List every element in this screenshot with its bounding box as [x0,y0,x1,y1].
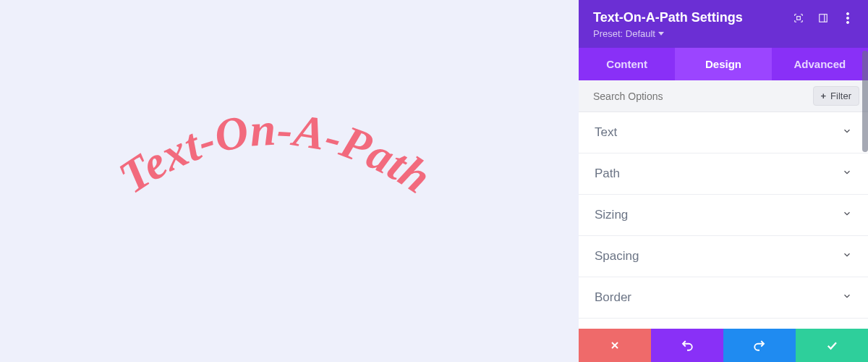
chevron-down-icon [842,250,852,263]
filter-label: Filter [830,90,851,101]
section-label: Spacing [595,249,639,264]
section-label: Text [595,125,617,140]
svg-text:Text-On-A-Path: Text-On-A-Path [110,104,440,203]
tab-design[interactable]: Design [675,48,771,80]
close-icon [609,340,621,351]
settings-panel: Text-On-A-Path Settings Preset: Default [579,0,868,362]
chevron-down-icon [842,291,852,304]
tab-advanced[interactable]: Advanced [772,48,868,80]
svg-point-4 [846,12,848,14]
search-row: + Filter [579,80,868,112]
svg-point-5 [846,17,848,19]
section-spacing[interactable]: Spacing [579,236,868,277]
section-label: Path [595,167,620,181]
redo-button[interactable] [723,329,796,362]
panel-title: Text-On-A-Path Settings [593,10,743,25]
curved-text: Text-On-A-Path [0,29,579,362]
tab-content[interactable]: Content [579,48,675,80]
filter-button[interactable]: + Filter [813,86,859,106]
check-icon [825,339,838,352]
svg-rect-1 [797,16,801,20]
search-input[interactable] [593,90,813,102]
caret-down-icon [658,32,664,35]
section-sizing[interactable]: Sizing [579,195,868,236]
action-bar [579,329,868,362]
panel-scrollbar[interactable] [862,51,868,152]
redo-icon [753,339,766,352]
chevron-down-icon [842,167,852,180]
panel-header: Text-On-A-Path Settings Preset: Default [579,0,868,48]
chevron-down-icon [842,209,852,222]
canvas-area[interactable]: Text-On-A-Path [0,0,579,362]
preset-label: Preset: Default [593,28,655,39]
section-path[interactable]: Path [579,153,868,195]
undo-button[interactable] [651,329,723,362]
save-button[interactable] [796,329,868,362]
section-border[interactable]: Border [579,277,868,319]
section-text[interactable]: Text [579,112,868,153]
section-label: Border [595,290,631,305]
more-icon[interactable] [842,12,854,24]
svg-point-6 [846,21,848,23]
panel-header-icons [793,12,854,24]
undo-icon [681,339,694,352]
cancel-button[interactable] [579,329,651,362]
app-root: Text-On-A-Path Text-On-A-Path Settings [0,0,868,362]
expand-icon[interactable] [793,12,804,24]
layout-icon[interactable] [817,12,829,24]
curved-text-content: Text-On-A-Path [110,104,440,203]
section-label: Sizing [595,208,628,222]
panel-tabs: Content Design Advanced [579,48,868,80]
chevron-down-icon [842,126,852,139]
settings-sections: Text Path Sizing Spacing [579,112,868,329]
plus-icon: + [821,90,827,101]
svg-rect-2 [820,14,827,22]
preset-selector[interactable]: Preset: Default [593,28,854,39]
